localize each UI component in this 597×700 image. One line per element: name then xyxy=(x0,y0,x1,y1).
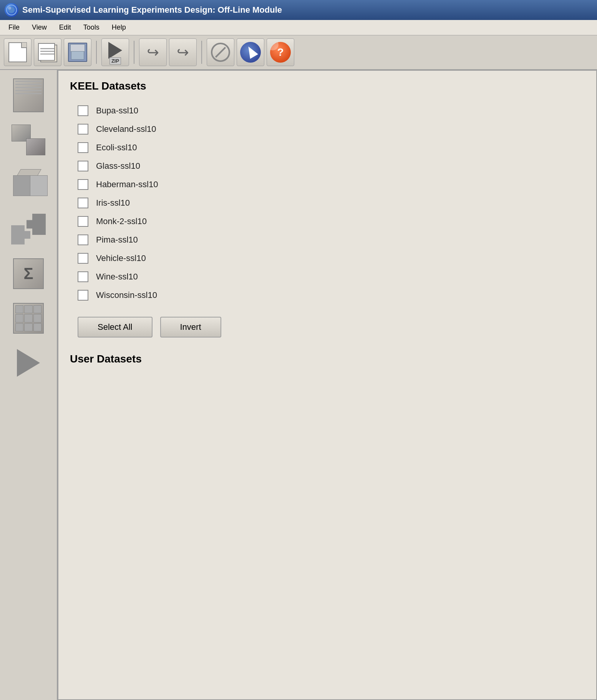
save-button[interactable] xyxy=(64,38,91,66)
zip-icon: ZIP xyxy=(105,42,126,63)
haberman-checkbox[interactable] xyxy=(78,179,88,190)
user-datasets-section: User Datasets xyxy=(70,353,585,365)
stop-button[interactable] xyxy=(207,38,234,66)
haberman-label: Haberman-ssl10 xyxy=(96,180,158,190)
list-item: Bupa-ssl10 xyxy=(78,101,585,120)
blocks-shape-icon xyxy=(12,125,45,155)
document-shape-icon xyxy=(13,78,44,112)
undo-button[interactable]: ↩ xyxy=(139,38,167,66)
list-item: Ecoli-ssl10 xyxy=(78,138,585,157)
glass-label: Glass-ssl10 xyxy=(96,161,140,171)
menu-file[interactable]: File xyxy=(3,22,25,33)
wisconsin-label: Wisconsin-ssl10 xyxy=(96,290,157,300)
toolbar: ZIP ↩ ↪ ? xyxy=(0,35,597,70)
list-item: Cleveland-ssl10 xyxy=(78,120,585,138)
cursor-icon xyxy=(240,42,261,63)
redo-button[interactable]: ↪ xyxy=(169,38,197,66)
menu-tools[interactable]: Tools xyxy=(78,22,105,33)
menu-bar: File View Edit Tools Help xyxy=(0,20,597,35)
invert-button[interactable]: Invert xyxy=(160,317,221,338)
window-title: Semi-Supervised Learning Experiments Des… xyxy=(22,5,282,15)
cube-shape-icon xyxy=(13,169,44,200)
menu-edit[interactable]: Edit xyxy=(54,22,76,33)
menu-help[interactable]: Help xyxy=(106,22,131,33)
pima-checkbox[interactable] xyxy=(78,234,88,245)
sidebar-item-puzzle[interactable] xyxy=(7,210,50,248)
arrow-cursor-icon xyxy=(244,44,258,59)
help-button[interactable]: ? xyxy=(267,38,294,66)
glass-checkbox[interactable] xyxy=(78,161,88,171)
select-all-button[interactable]: Select All xyxy=(78,317,153,338)
vehicle-checkbox[interactable] xyxy=(78,253,88,264)
title-bar: Semi-Supervised Learning Experiments Des… xyxy=(0,0,597,20)
bupa-checkbox[interactable] xyxy=(78,105,88,116)
sidebar-item-cube[interactable] xyxy=(7,165,50,204)
sidebar-item-arrow[interactable] xyxy=(7,344,50,382)
sidebar-item-document[interactable] xyxy=(7,76,50,115)
svg-point-2 xyxy=(8,7,11,10)
open-document-button[interactable] xyxy=(34,38,61,66)
undo-icon: ↩ xyxy=(147,44,159,61)
grid-shape-icon xyxy=(13,303,44,334)
bupa-label: Bupa-ssl10 xyxy=(96,106,138,116)
pima-label: Pima-ssl10 xyxy=(96,235,138,245)
list-item: Monk-2-ssl10 xyxy=(78,212,585,231)
user-section-title: User Datasets xyxy=(70,353,585,365)
iris-label: Iris-ssl10 xyxy=(96,198,130,208)
new-document-button[interactable] xyxy=(4,38,32,66)
vehicle-label: Vehicle-ssl10 xyxy=(96,253,146,263)
sidebar-item-blocks[interactable] xyxy=(7,121,50,159)
list-item: Iris-ssl10 xyxy=(78,194,585,212)
separator-2 xyxy=(134,41,134,64)
keel-datasets-section: KEEL Datasets Bupa-ssl10 Cleveland-ssl10… xyxy=(70,80,585,338)
menu-view[interactable]: View xyxy=(27,22,52,33)
content-panel: KEEL Datasets Bupa-ssl10 Cleveland-ssl10… xyxy=(58,70,597,700)
redo-icon: ↪ xyxy=(177,44,189,61)
save-icon xyxy=(68,43,87,62)
wine-label: Wine-ssl10 xyxy=(96,272,138,282)
list-item: Haberman-ssl10 xyxy=(78,175,585,194)
open-document-icon xyxy=(38,42,57,62)
cursor-button[interactable] xyxy=(237,38,264,66)
main-area: Σ KEEL Datasets xyxy=(0,70,597,700)
keel-button-row: Select All Invert xyxy=(78,317,585,338)
keel-dataset-list: Bupa-ssl10 Cleveland-ssl10 Ecoli-ssl10 G… xyxy=(78,101,585,304)
monk2-checkbox[interactable] xyxy=(78,216,88,227)
puzzle-shape-icon xyxy=(11,214,46,244)
export-zip-button[interactable]: ZIP xyxy=(101,38,129,66)
sidebar-item-grid[interactable] xyxy=(7,299,50,338)
arrow-shape-icon xyxy=(17,349,40,377)
cleveland-checkbox[interactable] xyxy=(78,124,88,135)
keel-section-title: KEEL Datasets xyxy=(70,80,585,92)
list-item: Vehicle-ssl10 xyxy=(78,249,585,268)
sidebar: Σ xyxy=(0,70,58,700)
monk2-label: Monk-2-ssl10 xyxy=(96,216,147,226)
list-item: Wine-ssl10 xyxy=(78,268,585,286)
sidebar-item-sigma[interactable]: Σ xyxy=(7,254,50,293)
app-icon xyxy=(5,3,18,17)
list-item: Wisconsin-ssl10 xyxy=(78,286,585,304)
list-item: Glass-ssl10 xyxy=(78,157,585,175)
wine-checkbox[interactable] xyxy=(78,271,88,282)
new-document-icon xyxy=(8,42,27,62)
list-item: Pima-ssl10 xyxy=(78,231,585,249)
ecoli-checkbox[interactable] xyxy=(78,142,88,153)
separator-1 xyxy=(96,41,97,64)
ecoli-label: Ecoli-ssl10 xyxy=(96,143,137,153)
cleveland-label: Cleveland-ssl10 xyxy=(96,124,156,134)
iris-checkbox[interactable] xyxy=(78,198,88,208)
separator-3 xyxy=(201,41,202,64)
stop-icon xyxy=(211,43,230,62)
help-icon: ? xyxy=(270,42,291,63)
wisconsin-checkbox[interactable] xyxy=(78,290,88,301)
sigma-shape-icon: Σ xyxy=(13,258,44,289)
